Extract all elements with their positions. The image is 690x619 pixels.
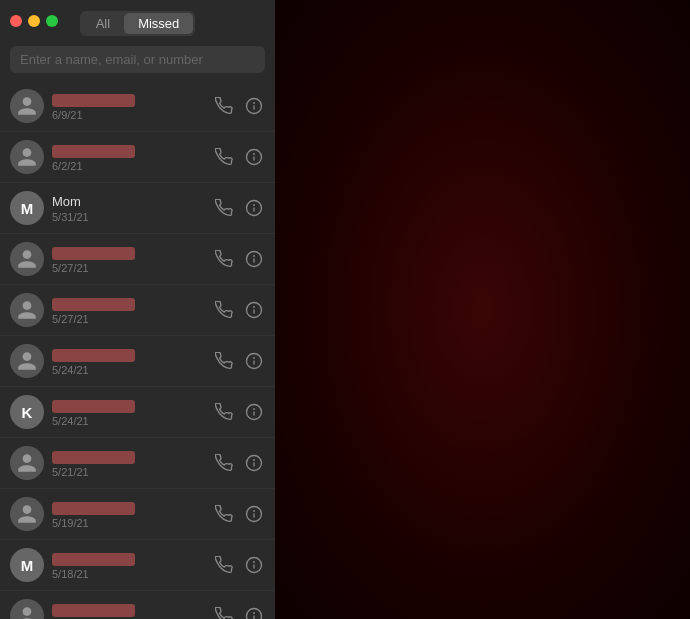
tab-switcher: All Missed <box>80 11 196 36</box>
call-item[interactable]: █████████5/27/21 <box>0 285 275 336</box>
traffic-lights <box>10 15 58 27</box>
call-actions <box>213 146 265 168</box>
call-info: █████████5/27/21 <box>52 244 205 273</box>
call-item[interactable]: K█████████5/24/21 <box>0 387 275 438</box>
call-info: Mom5/31/21 <box>52 194 205 223</box>
call-phone-button[interactable] <box>213 452 235 474</box>
call-info: █████████5/24/21 <box>52 346 205 375</box>
right-panel <box>275 0 690 619</box>
call-phone-button[interactable] <box>213 146 235 168</box>
call-date: 5/27/21 <box>52 262 205 274</box>
contact-name: █████████ <box>52 295 205 310</box>
call-item[interactable]: █████████5/19/21 <box>0 489 275 540</box>
contact-name: █████████ <box>52 499 205 514</box>
avatar: M <box>10 191 44 225</box>
search-bar <box>0 42 275 81</box>
call-list: █████████6/9/21█████████6/2/21MMom5/31/2… <box>0 81 275 619</box>
call-item[interactable]: █████████5/24/21 <box>0 336 275 387</box>
avatar <box>10 344 44 378</box>
call-phone-button[interactable] <box>213 503 235 525</box>
call-actions <box>213 503 265 525</box>
call-phone-button[interactable] <box>213 95 235 117</box>
call-info-button[interactable] <box>243 452 265 474</box>
contact-name: █████████ <box>52 397 205 412</box>
avatar <box>10 599 44 619</box>
contact-name: █████████ <box>52 244 205 259</box>
contact-name: █████████ <box>52 346 205 361</box>
search-input[interactable] <box>10 46 265 73</box>
avatar <box>10 293 44 327</box>
call-info: █████████5/18/21 <box>52 550 205 579</box>
call-item[interactable]: MMom5/31/21 <box>0 183 275 234</box>
avatar <box>10 89 44 123</box>
call-actions <box>213 197 265 219</box>
tab-all[interactable]: All <box>82 13 124 34</box>
call-info-button[interactable] <box>243 503 265 525</box>
call-item[interactable]: █████████5/17/21 <box>0 591 275 619</box>
contact-name: █████████ <box>52 91 205 106</box>
call-item[interactable]: M█████████5/18/21 <box>0 540 275 591</box>
call-date: 6/9/21 <box>52 109 205 121</box>
call-phone-button[interactable] <box>213 554 235 576</box>
close-button[interactable] <box>10 15 22 27</box>
contact-name: █████████ <box>52 142 205 157</box>
call-actions <box>213 452 265 474</box>
call-actions <box>213 605 265 619</box>
call-date: 5/19/21 <box>52 517 205 529</box>
tab-missed[interactable]: Missed <box>124 13 193 34</box>
call-info-button[interactable] <box>243 605 265 619</box>
contact-name: Mom <box>52 194 205 209</box>
call-info: █████████5/21/21 <box>52 448 205 477</box>
call-date: 5/18/21 <box>52 568 205 580</box>
call-info: █████████5/17/21 <box>52 601 205 619</box>
call-actions <box>213 554 265 576</box>
avatar <box>10 497 44 531</box>
call-date: 5/27/21 <box>52 313 205 325</box>
title-bar: All Missed <box>0 0 275 42</box>
call-info-button[interactable] <box>243 95 265 117</box>
call-date: 5/21/21 <box>52 466 205 478</box>
call-info: █████████5/19/21 <box>52 499 205 528</box>
call-actions <box>213 401 265 423</box>
call-item[interactable]: █████████6/9/21 <box>0 81 275 132</box>
call-phone-button[interactable] <box>213 401 235 423</box>
call-info: █████████6/9/21 <box>52 91 205 120</box>
contact-name: █████████ <box>52 601 205 616</box>
call-date: 5/24/21 <box>52 364 205 376</box>
avatar <box>10 242 44 276</box>
call-info-button[interactable] <box>243 401 265 423</box>
avatar: M <box>10 548 44 582</box>
call-info-button[interactable] <box>243 350 265 372</box>
call-info-button[interactable] <box>243 554 265 576</box>
minimize-button[interactable] <box>28 15 40 27</box>
call-info: █████████5/24/21 <box>52 397 205 426</box>
call-info-button[interactable] <box>243 146 265 168</box>
call-actions <box>213 350 265 372</box>
call-actions <box>213 299 265 321</box>
call-date: 5/24/21 <box>52 415 205 427</box>
call-info: █████████6/2/21 <box>52 142 205 171</box>
call-date: 6/2/21 <box>52 160 205 172</box>
avatar <box>10 446 44 480</box>
call-phone-button[interactable] <box>213 248 235 270</box>
call-info-button[interactable] <box>243 197 265 219</box>
call-phone-button[interactable] <box>213 605 235 619</box>
left-panel: All Missed █████████6/9/21█████████6/2/2… <box>0 0 275 619</box>
maximize-button[interactable] <box>46 15 58 27</box>
call-phone-button[interactable] <box>213 350 235 372</box>
avatar <box>10 140 44 174</box>
contact-name: █████████ <box>52 448 205 463</box>
contact-name: █████████ <box>52 550 205 565</box>
avatar: K <box>10 395 44 429</box>
call-phone-button[interactable] <box>213 197 235 219</box>
call-date: 5/31/21 <box>52 211 205 223</box>
call-info: █████████5/27/21 <box>52 295 205 324</box>
call-actions <box>213 248 265 270</box>
call-item[interactable]: █████████5/21/21 <box>0 438 275 489</box>
call-phone-button[interactable] <box>213 299 235 321</box>
call-item[interactable]: █████████5/27/21 <box>0 234 275 285</box>
call-item[interactable]: █████████6/2/21 <box>0 132 275 183</box>
call-info-button[interactable] <box>243 299 265 321</box>
call-actions <box>213 95 265 117</box>
call-info-button[interactable] <box>243 248 265 270</box>
